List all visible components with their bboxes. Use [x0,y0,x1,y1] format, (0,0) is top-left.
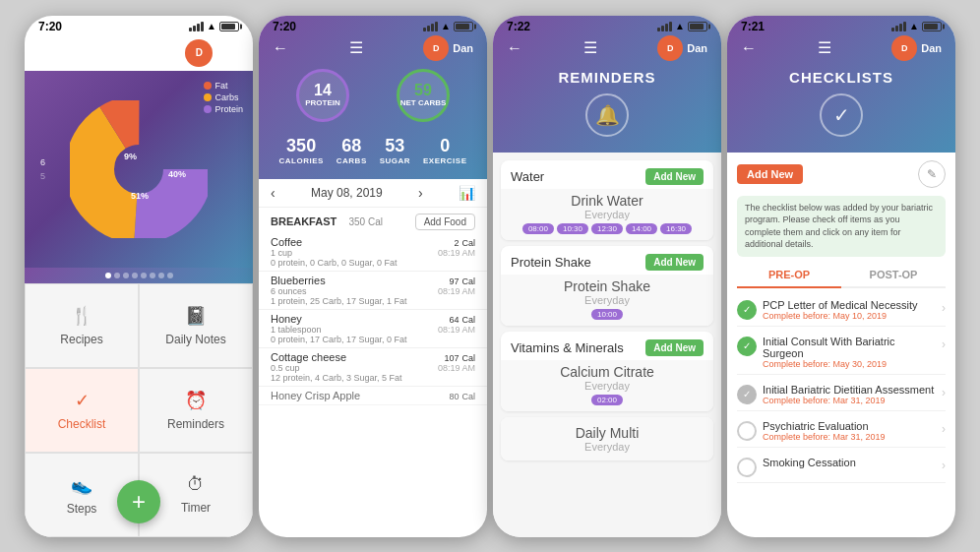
food-time-2: 08:19 AM [438,325,475,335]
checklist-row-1[interactable]: ✓ Initial Consult With Bariatric Surgeon… [737,331,946,375]
reminder-water[interactable]: Water Add New Drink Water Everyday 08:00… [501,160,713,240]
pie-label-pct: 9% [124,152,137,161]
prev-date-btn[interactable]: ‹ [271,185,276,201]
status-icons-2: ▲ [423,21,473,31]
checklist-row-2[interactable]: ✓ Initial Bariatric Dietitian Assessment… [737,379,946,411]
phone-nutrition: 7:20 ▲ ← ☰ [259,16,487,537]
phone-reminders: 7:22 ▲ ← ☰ [493,16,721,537]
food-cal-2: 64 Cal [449,313,475,325]
status-icons-4: ▲ [891,21,942,31]
battery-icon [219,22,239,31]
next-date-btn[interactable]: › [418,185,423,201]
check-2[interactable]: ✓ [737,385,757,404]
edit-btn[interactable]: ✎ [918,160,946,188]
chart-icon[interactable]: 📊 [459,185,475,201]
checklist-name-3: Psychiatric Evaluation [763,420,936,432]
time-4: 7:21 [741,20,765,33]
tab-postop[interactable]: POST-OP [841,263,946,286]
add-new-water-btn[interactable]: Add New [645,168,704,185]
nav-checklist[interactable]: ✓ Checklist [25,368,139,453]
reminder-vitamins[interactable]: Vitamins & Minerals Add New Calcium Citr… [501,332,713,411]
wifi-2: ▲ [441,21,451,31]
check-1[interactable]: ✓ [737,337,757,356]
avatar-3[interactable]: D [657,35,683,61]
menu-icon-4[interactable]: ☰ [818,38,831,57]
food-macro-1: 1 protein, 25 Carb, 17 Sugar, 1 Fat [271,296,475,306]
dot-7 [158,273,164,278]
checklist-due-3: Complete before: Mar 31, 2019 [763,432,936,442]
time-1: 7:20 [38,20,62,33]
status-bar-3: 7:22 ▲ [507,20,707,33]
steps-icon: 👟 [71,474,92,496]
fat-dot [204,82,212,90]
rem-freq-3: Everyday [509,441,705,453]
rem-title-0: Drink Water [511,193,704,209]
time-3: 7:22 [507,20,530,33]
status-icons-3: ▲ [657,21,707,31]
reminder-protein-shake[interactable]: Protein Shake Add New Protein Shake Ever… [501,246,713,326]
avatar-name-3: Dan [687,42,707,54]
calories-val: 350 [278,136,323,156]
timer-icon: ⏱ [187,474,205,495]
rem-freq-0: Everyday [511,209,704,220]
carbs-dot [204,93,212,101]
food-item-4: Honey Crisp Apple 80 Cal [259,387,487,405]
food-name-3: Cottage cheese [271,351,346,363]
sb [423,28,426,31]
reminder-name-1: Protein Shake [511,255,591,270]
back-icon-4[interactable]: ← [741,39,757,57]
check-4[interactable] [737,458,757,477]
checklist-row-0[interactable]: ✓ PCP Letter of Medical Necessity Comple… [737,294,946,327]
protein-time-pills: 10:00 [511,309,704,320]
checklist-text-1: Initial Consult With Bariatric Surgeon C… [763,336,936,369]
menu-icon-3[interactable]: ☰ [583,38,597,57]
food-name-0: Coffee [271,236,302,248]
menu-icon-2[interactable]: ☰ [349,38,363,57]
meal-header: BREAKFAST 350 Cal Add Food [259,208,487,233]
food-time-1: 08:19 AM [438,286,475,296]
nav-daily-notes[interactable]: 📓 Daily Notes [139,283,253,368]
dot-1 [105,273,111,278]
status-bar-2: 7:20 ▲ [273,20,473,33]
time-2: 7:20 [273,20,296,33]
dot-3 [123,273,129,278]
water-time-pills: 08:00 10:30 12:30 14:00 16:30 [511,223,704,234]
reminder-daily-multi[interactable]: Daily Multi Everyday [501,417,713,460]
food-cal-3: 107 Cal [444,351,475,363]
nav-reminders[interactable]: ⏰ Reminders [139,368,253,453]
check-0[interactable]: ✓ [737,300,757,320]
add-food-btn[interactable]: Add Food [415,214,475,230]
add-new-vitamins-btn[interactable]: Add New [645,339,704,356]
protein-lbl: PROTEIN [305,99,340,108]
avatar-4[interactable]: D [891,35,917,61]
reminder-bottom-2: Calcium Citrate Everyday 02:00 [501,360,713,411]
add-fab-button[interactable]: + [117,480,160,523]
wifi-4: ▲ [909,21,919,31]
back-icon-3[interactable]: ← [507,39,522,57]
time-pill: 14:00 [626,223,657,234]
nav-recipes[interactable]: 🍴 Recipes [25,283,139,368]
avatar-name-2: Dan [453,42,473,54]
menu-icon-1[interactable]: ☰ [38,43,52,62]
avatar-2[interactable]: D [423,35,449,61]
back-icon-2[interactable]: ← [273,39,288,57]
cal-s: 5 [40,169,45,183]
checklist-row-3[interactable]: Psychiatric Evaluation Complete before: … [737,415,946,448]
add-new-checklist-btn[interactable]: Add New [737,164,803,184]
screenshot-container: 7:20 ▲ ☰ D Dan [0,0,980,552]
add-new-protein-btn[interactable]: Add New [645,254,704,271]
food-qty-3: 0.5 cup [271,363,300,373]
protein-dot [204,105,212,113]
exercise-lbl: EXERCISE [423,156,466,165]
status-icons-1: ▲ [189,21,239,31]
meal-title: BREAKFAST 350 Cal [271,215,383,227]
dot-4 [132,273,138,278]
checklist-row-4[interactable]: Smoking Cessation › [737,452,946,483]
avatar-1[interactable]: D [185,39,213,67]
protein-val: 14 [314,82,332,99]
tab-preop[interactable]: PRE-OP [737,263,841,288]
checklist-name-1: Initial Consult With Bariatric Surgeon [763,336,936,359]
check-3[interactable] [737,421,757,441]
sb [435,22,438,31]
netcarbs-val: 59 [414,82,432,99]
